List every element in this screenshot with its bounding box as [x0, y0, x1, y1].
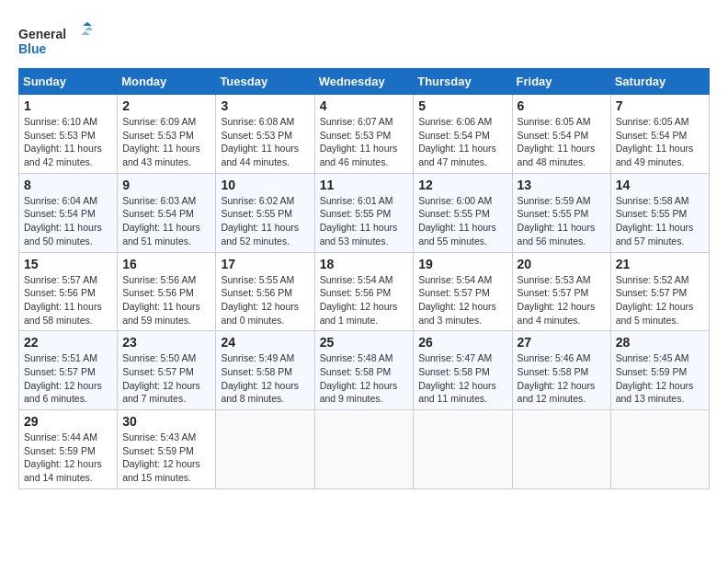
day-number: 27 — [518, 335, 606, 350]
day-info: Sunrise: 5:56 AM Sunset: 5:56 PM Dayligh… — [122, 273, 210, 327]
calendar-cell — [314, 410, 414, 489]
calendar-cell: 15Sunrise: 5:57 AM Sunset: 5:56 PM Dayli… — [19, 252, 118, 331]
calendar-cell: 20Sunrise: 5:53 AM Sunset: 5:57 PM Dayli… — [512, 252, 610, 331]
svg-marker-3 — [85, 27, 92, 30]
day-number: 17 — [221, 257, 309, 271]
calendar-cell: 24Sunrise: 5:49 AM Sunset: 5:58 PM Dayli… — [216, 331, 314, 410]
day-number: 28 — [616, 335, 704, 350]
weekday-header-row: SundayMondayTuesdayWednesdayThursdayFrid… — [19, 69, 710, 95]
calendar-cell: 30Sunrise: 5:43 AM Sunset: 5:59 PM Dayli… — [118, 410, 216, 489]
day-number: 10 — [221, 178, 309, 192]
calendar-cell: 22Sunrise: 5:51 AM Sunset: 5:57 PM Dayli… — [19, 331, 118, 410]
day-info: Sunrise: 6:07 AM Sunset: 5:53 PM Dayligh… — [320, 115, 409, 169]
weekday-header: Wednesday — [314, 69, 414, 95]
day-number: 25 — [320, 335, 409, 350]
calendar-cell: 9Sunrise: 6:03 AM Sunset: 5:54 PM Daylig… — [118, 173, 216, 252]
svg-text:General: General — [18, 27, 66, 41]
calendar-cell: 28Sunrise: 5:45 AM Sunset: 5:59 PM Dayli… — [610, 331, 709, 410]
calendar-week-row: 22Sunrise: 5:51 AM Sunset: 5:57 PM Dayli… — [19, 331, 710, 410]
day-info: Sunrise: 6:05 AM Sunset: 5:54 PM Dayligh… — [616, 115, 704, 169]
day-number: 12 — [418, 178, 506, 192]
day-info: Sunrise: 5:46 AM Sunset: 5:58 PM Dayligh… — [518, 351, 606, 406]
day-info: Sunrise: 5:57 AM Sunset: 5:56 PM Dayligh… — [24, 273, 112, 327]
day-number: 23 — [122, 335, 210, 350]
calendar-cell: 5Sunrise: 6:06 AM Sunset: 5:54 PM Daylig… — [414, 95, 512, 174]
day-number: 15 — [24, 257, 112, 271]
calendar-cell — [216, 410, 314, 489]
calendar-cell: 14Sunrise: 5:58 AM Sunset: 5:55 PM Dayli… — [610, 173, 709, 252]
day-number: 9 — [122, 178, 210, 192]
calendar-cell: 19Sunrise: 5:54 AM Sunset: 5:57 PM Dayli… — [414, 252, 512, 331]
calendar-week-row: 15Sunrise: 5:57 AM Sunset: 5:56 PM Dayli… — [19, 252, 710, 331]
day-number: 30 — [122, 414, 210, 429]
day-info: Sunrise: 6:04 AM Sunset: 5:54 PM Dayligh… — [24, 194, 112, 248]
day-number: 4 — [320, 98, 409, 113]
calendar-cell: 6Sunrise: 6:05 AM Sunset: 5:54 PM Daylig… — [512, 95, 610, 174]
svg-marker-4 — [81, 31, 90, 35]
calendar-cell: 27Sunrise: 5:46 AM Sunset: 5:58 PM Dayli… — [512, 331, 610, 410]
calendar-cell: 3Sunrise: 6:08 AM Sunset: 5:53 PM Daylig… — [216, 95, 314, 174]
calendar-cell — [512, 410, 610, 489]
day-info: Sunrise: 6:10 AM Sunset: 5:53 PM Dayligh… — [24, 115, 112, 169]
day-info: Sunrise: 5:44 AM Sunset: 5:59 PM Dayligh… — [24, 431, 112, 485]
day-info: Sunrise: 5:50 AM Sunset: 5:57 PM Dayligh… — [122, 351, 210, 406]
calendar-cell: 10Sunrise: 6:02 AM Sunset: 5:55 PM Dayli… — [216, 173, 314, 252]
calendar-cell: 29Sunrise: 5:44 AM Sunset: 5:59 PM Dayli… — [19, 410, 118, 489]
calendar-week-row: 8Sunrise: 6:04 AM Sunset: 5:54 PM Daylig… — [19, 173, 710, 252]
day-info: Sunrise: 5:59 AM Sunset: 5:55 PM Dayligh… — [518, 194, 606, 248]
calendar-week-row: 1Sunrise: 6:10 AM Sunset: 5:53 PM Daylig… — [19, 95, 710, 174]
calendar-cell: 25Sunrise: 5:48 AM Sunset: 5:58 PM Dayli… — [314, 331, 414, 410]
day-number: 29 — [24, 414, 112, 429]
day-number: 26 — [418, 335, 506, 350]
day-info: Sunrise: 5:47 AM Sunset: 5:58 PM Dayligh… — [418, 351, 506, 406]
day-number: 7 — [616, 98, 704, 113]
svg-marker-2 — [83, 22, 92, 26]
calendar-cell: 18Sunrise: 5:54 AM Sunset: 5:56 PM Dayli… — [314, 252, 414, 331]
day-number: 3 — [221, 98, 309, 113]
calendar-cell: 16Sunrise: 5:56 AM Sunset: 5:56 PM Dayli… — [118, 252, 216, 331]
day-info: Sunrise: 6:09 AM Sunset: 5:53 PM Dayligh… — [122, 115, 210, 169]
day-info: Sunrise: 6:01 AM Sunset: 5:55 PM Dayligh… — [320, 194, 409, 248]
calendar-cell: 17Sunrise: 5:55 AM Sunset: 5:56 PM Dayli… — [216, 252, 314, 331]
calendar-cell: 8Sunrise: 6:04 AM Sunset: 5:54 PM Daylig… — [19, 173, 118, 252]
day-number: 6 — [518, 98, 606, 113]
calendar: SundayMondayTuesdayWednesdayThursdayFrid… — [18, 68, 710, 489]
day-info: Sunrise: 5:51 AM Sunset: 5:57 PM Dayligh… — [24, 351, 112, 406]
weekday-header: Friday — [512, 69, 610, 95]
day-info: Sunrise: 5:58 AM Sunset: 5:55 PM Dayligh… — [616, 194, 704, 248]
day-info: Sunrise: 5:53 AM Sunset: 5:57 PM Dayligh… — [518, 273, 606, 327]
calendar-week-row: 29Sunrise: 5:44 AM Sunset: 5:59 PM Dayli… — [19, 410, 710, 489]
day-number: 5 — [418, 98, 506, 113]
day-info: Sunrise: 5:48 AM Sunset: 5:58 PM Dayligh… — [320, 351, 409, 406]
day-info: Sunrise: 6:08 AM Sunset: 5:53 PM Dayligh… — [221, 115, 309, 169]
header: General Blue — [18, 18, 710, 59]
calendar-cell — [610, 410, 709, 489]
calendar-cell: 11Sunrise: 6:01 AM Sunset: 5:55 PM Dayli… — [314, 173, 414, 252]
day-info: Sunrise: 6:03 AM Sunset: 5:54 PM Dayligh… — [122, 194, 210, 248]
calendar-cell: 4Sunrise: 6:07 AM Sunset: 5:53 PM Daylig… — [314, 95, 414, 174]
calendar-cell: 23Sunrise: 5:50 AM Sunset: 5:57 PM Dayli… — [118, 331, 216, 410]
logo-svg: General Blue — [18, 22, 92, 59]
calendar-cell: 7Sunrise: 6:05 AM Sunset: 5:54 PM Daylig… — [610, 95, 709, 174]
day-info: Sunrise: 5:43 AM Sunset: 5:59 PM Dayligh… — [122, 431, 210, 485]
weekday-header: Tuesday — [216, 69, 314, 95]
day-number: 22 — [24, 335, 112, 350]
day-info: Sunrise: 5:54 AM Sunset: 5:57 PM Dayligh… — [418, 273, 506, 327]
day-number: 11 — [320, 178, 409, 192]
calendar-cell: 21Sunrise: 5:52 AM Sunset: 5:57 PM Dayli… — [610, 252, 709, 331]
day-number: 16 — [122, 257, 210, 271]
weekday-header: Sunday — [19, 69, 118, 95]
calendar-cell: 13Sunrise: 5:59 AM Sunset: 5:55 PM Dayli… — [512, 173, 610, 252]
calendar-cell: 12Sunrise: 6:00 AM Sunset: 5:55 PM Dayli… — [414, 173, 512, 252]
day-number: 21 — [616, 257, 704, 271]
day-info: Sunrise: 6:05 AM Sunset: 5:54 PM Dayligh… — [518, 115, 606, 169]
day-info: Sunrise: 6:02 AM Sunset: 5:55 PM Dayligh… — [221, 194, 309, 248]
day-number: 8 — [24, 178, 112, 192]
day-info: Sunrise: 5:45 AM Sunset: 5:59 PM Dayligh… — [616, 351, 704, 406]
day-number: 13 — [518, 178, 606, 192]
calendar-cell: 2Sunrise: 6:09 AM Sunset: 5:53 PM Daylig… — [118, 95, 216, 174]
day-number: 2 — [122, 98, 210, 113]
calendar-cell: 1Sunrise: 6:10 AM Sunset: 5:53 PM Daylig… — [19, 95, 118, 174]
day-number: 18 — [320, 257, 409, 271]
day-info: Sunrise: 6:00 AM Sunset: 5:55 PM Dayligh… — [418, 194, 506, 248]
